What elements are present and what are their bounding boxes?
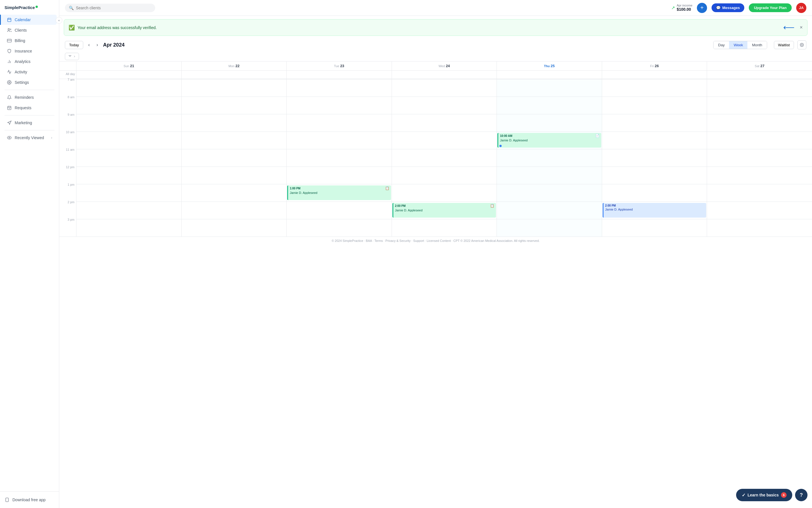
cell-2pm-tue[interactable] (286, 202, 392, 219)
sidebar-item-insurance[interactable]: Insurance (2, 46, 57, 56)
cell-3pm-sun[interactable] (76, 219, 181, 237)
cell-12pm-sat[interactable] (707, 167, 812, 184)
cell-12pm-mon[interactable] (181, 167, 287, 184)
close-notification-button[interactable]: × (800, 25, 803, 31)
prev-week-button[interactable]: ‹ (87, 41, 91, 48)
cell-9am-wed[interactable] (392, 114, 497, 131)
search-bar[interactable]: 🔍 (65, 4, 155, 12)
event-thu-10am[interactable]: 10:00 AM 📄 Jamie D. Appleseed (497, 133, 601, 147)
sidebar-item-analytics[interactable]: Analytics (2, 56, 57, 67)
cell-12pm-wed[interactable] (392, 167, 497, 184)
cell-2pm-sat[interactable] (707, 202, 812, 219)
cell-7am-mon[interactable] (181, 79, 287, 96)
cell-10am-wed[interactable] (392, 131, 497, 149)
sidebar-item-requests[interactable]: Requests (2, 103, 57, 113)
cell-12pm-tue[interactable] (286, 167, 392, 184)
cell-9am-sat[interactable] (707, 114, 812, 131)
cell-10am-fri[interactable] (602, 131, 707, 149)
download-app-link[interactable]: Download free app (4, 495, 54, 505)
cell-1pm-sun[interactable] (76, 184, 181, 202)
cell-9am-mon[interactable] (181, 114, 287, 131)
cell-12pm-sun[interactable] (76, 167, 181, 184)
cell-9am-thu[interactable] (497, 114, 602, 131)
sidebar-item-activity[interactable]: Activity (2, 67, 57, 77)
waitlist-button[interactable]: Waitlist (774, 41, 794, 49)
day-view-tab[interactable]: Day (714, 41, 729, 49)
sidebar-item-calendar[interactable]: Calendar (0, 15, 57, 25)
filter-button[interactable] (65, 53, 79, 60)
messages-button[interactable]: 💬 Messages (712, 3, 744, 12)
allday-sat[interactable] (707, 71, 812, 79)
cell-7am-sat[interactable] (707, 79, 812, 96)
cell-10am-thu[interactable]: 10:00 AM 📄 Jamie D. Appleseed (497, 131, 602, 149)
cell-1pm-fri[interactable] (602, 184, 707, 202)
sidebar-item-clients[interactable]: Clients (2, 25, 57, 35)
cell-2pm-thu[interactable] (497, 202, 602, 219)
cell-11am-sun[interactable] (76, 149, 181, 167)
allday-fri[interactable] (602, 71, 707, 79)
cell-12pm-fri[interactable] (602, 167, 707, 184)
cell-7am-tue[interactable] (286, 79, 392, 96)
cell-9am-sun[interactable] (76, 114, 181, 131)
event-wed-2pm[interactable]: 2:00 PM 📋 Jamie D. Appleseed (393, 203, 496, 218)
search-input[interactable] (76, 6, 151, 10)
allday-thu[interactable] (497, 71, 602, 79)
cell-10am-sun[interactable] (76, 131, 181, 149)
cell-3pm-fri[interactable] (602, 219, 707, 237)
cell-11am-mon[interactable] (181, 149, 287, 167)
cell-11am-wed[interactable] (392, 149, 497, 167)
month-view-tab[interactable]: Month (748, 41, 767, 49)
cell-1pm-sat[interactable] (707, 184, 812, 202)
sidebar-item-reminders[interactable]: Reminders (2, 92, 57, 102)
sidebar-item-settings[interactable]: Settings (2, 77, 57, 87)
allday-mon[interactable] (181, 71, 287, 79)
cell-8am-fri[interactable] (602, 96, 707, 114)
cell-8am-wed[interactable] (392, 96, 497, 114)
cell-8am-tue[interactable] (286, 96, 392, 114)
cell-12pm-thu[interactable] (497, 167, 602, 184)
cell-11am-tue[interactable] (286, 149, 392, 167)
cell-8am-sat[interactable] (707, 96, 812, 114)
cell-7am-sun[interactable] (76, 79, 181, 96)
cell-1pm-tue[interactable]: 1:00 PM 📋 Jamie D. Appleseed (286, 184, 392, 202)
next-week-button[interactable]: › (95, 41, 100, 48)
today-button[interactable]: Today (65, 41, 83, 49)
sidebar-item-recently-viewed[interactable]: Recently Viewed › (2, 133, 57, 143)
cell-8am-sun[interactable] (76, 96, 181, 114)
help-button[interactable]: ? (795, 489, 808, 501)
event-tue-1pm[interactable]: 1:00 PM 📋 Jamie D. Appleseed (287, 185, 391, 200)
cell-3pm-sat[interactable] (707, 219, 812, 237)
cell-1pm-thu[interactable] (497, 184, 602, 202)
cell-10am-tue[interactable] (286, 131, 392, 149)
event-fri-2pm[interactable]: 2:00 PM Jamie D. Appleseed (603, 203, 707, 218)
week-view-tab[interactable]: Week (729, 41, 748, 49)
cell-1pm-wed[interactable] (392, 184, 497, 202)
cell-11am-fri[interactable] (602, 149, 707, 167)
cell-10am-mon[interactable] (181, 131, 287, 149)
cell-10am-sat[interactable] (707, 131, 812, 149)
add-button[interactable]: + (697, 3, 707, 13)
cell-7am-fri[interactable] (602, 79, 707, 96)
cell-7am-thu[interactable] (497, 79, 602, 96)
cell-2pm-wed[interactable]: 2:00 PM 📋 Jamie D. Appleseed (392, 202, 497, 219)
learn-basics-button[interactable]: ✓ Learn the basics 6 (736, 489, 793, 501)
allday-sun[interactable] (76, 71, 181, 79)
cell-3pm-mon[interactable] (181, 219, 287, 237)
sidebar-item-marketing[interactable]: Marketing (2, 118, 57, 128)
cell-2pm-sun[interactable] (76, 202, 181, 219)
cell-9am-fri[interactable] (602, 114, 707, 131)
cell-8am-mon[interactable] (181, 96, 287, 114)
cell-8am-thu[interactable] (497, 96, 602, 114)
cell-3pm-tue[interactable] (286, 219, 392, 237)
cell-11am-sat[interactable] (707, 149, 812, 167)
cell-1pm-mon[interactable] (181, 184, 287, 202)
cell-2pm-fri[interactable]: 2:00 PM Jamie D. Appleseed (602, 202, 707, 219)
cell-3pm-wed[interactable] (392, 219, 497, 237)
cell-9am-tue[interactable] (286, 114, 392, 131)
calendar-settings-button[interactable] (797, 40, 806, 49)
collapse-sidebar-button[interactable]: « (56, 17, 62, 24)
upgrade-button[interactable]: Upgrade Your Plan (749, 3, 792, 12)
cell-2pm-mon[interactable] (181, 202, 287, 219)
sidebar-item-billing[interactable]: Billing (2, 36, 57, 46)
cell-7am-wed[interactable] (392, 79, 497, 96)
